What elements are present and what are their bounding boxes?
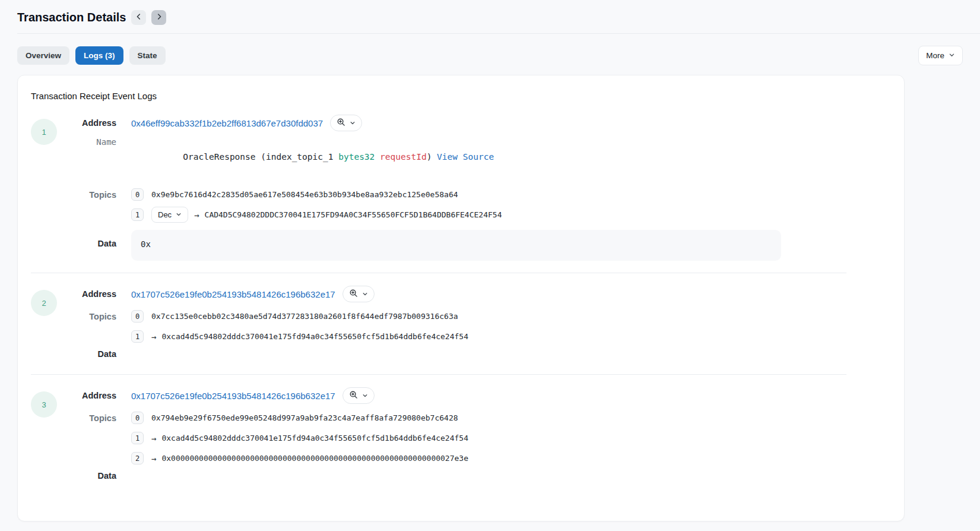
address-zoom-dropdown-button[interactable] xyxy=(330,115,362,131)
log-entry-3: 3 Address 0x1707c526e19fe0b254193b548142… xyxy=(31,387,904,484)
address-zoom-dropdown-button[interactable] xyxy=(342,387,375,404)
topic-row: 2 → 0x0000000000000000000000000000000000… xyxy=(57,450,904,466)
card-title: Transaction Receipt Event Logs xyxy=(31,91,904,101)
tab-logs[interactable]: Logs (3) xyxy=(75,46,123,65)
log-index-badge: 3 xyxy=(31,391,57,418)
chevron-down-icon xyxy=(362,391,368,400)
header-divider xyxy=(17,33,980,34)
tab-group: Overview Logs (3) State xyxy=(17,46,166,65)
address-row: Address 0x1707c526e19fe0b254193b5481426c… xyxy=(57,387,904,404)
topic-decoder-dropdown[interactable]: Dec xyxy=(151,207,188,223)
view-source-link[interactable]: View Source xyxy=(437,152,494,162)
topic-value: 0x00000000000000000000000000000000000000… xyxy=(161,454,468,463)
topic-index-badge: 2 xyxy=(131,452,144,464)
arrow-right-icon: → xyxy=(151,434,156,443)
decoder-selected-value: Dec xyxy=(158,210,172,219)
address-label: Address xyxy=(57,289,116,299)
chevron-down-icon xyxy=(362,290,368,299)
arrow-right-icon: → xyxy=(151,332,156,342)
tab-overview[interactable]: Overview xyxy=(17,46,69,65)
address-row: Address 0x1707c526e19fe0b254193b5481426c… xyxy=(57,285,904,303)
event-signature: OracleResponse (index_topic_1 bytes32 re… xyxy=(131,137,494,176)
log-address-link[interactable]: 0x46eff99cab332f1b2eb2ff6813d67e7d30fdd0… xyxy=(131,118,323,128)
log-address-link[interactable]: 0x1707c526e19fe0b254193b5481426c196b632e… xyxy=(131,391,335,401)
log-divider xyxy=(31,374,846,375)
chevron-down-icon xyxy=(176,210,182,219)
arrow-right-icon: → xyxy=(151,454,156,463)
data-row: Data 0x xyxy=(57,230,904,261)
topic-index-badge: 1 xyxy=(131,432,144,444)
next-transaction-button[interactable] xyxy=(151,10,166,25)
event-signature-text: OracleResponse (index_topic_1 xyxy=(183,152,338,162)
log-index-badge: 1 xyxy=(31,119,57,145)
magnifier-plus-icon xyxy=(337,118,345,128)
topic-index-badge: 1 xyxy=(131,330,144,343)
magnifier-plus-icon xyxy=(349,390,358,401)
page-title: Transaction Details xyxy=(17,9,126,26)
topic-value: 0x7cc135e0cebb02c3480ae5d74d377283180a26… xyxy=(151,312,458,321)
data-value-box: 0x xyxy=(131,230,781,261)
address-row: Address 0x46eff99cab332f1b2eb2ff6813d67e… xyxy=(57,114,904,132)
tab-state[interactable]: State xyxy=(129,46,166,65)
topic-row: Topics 0 0x9e9bc7616d42c2835d05ae617e508… xyxy=(57,187,904,203)
topics-label: Topics xyxy=(57,190,116,200)
prev-transaction-button[interactable] xyxy=(131,10,146,25)
topic-value: 0x9e9bc7616d42c2835d05ae617e508454e63b30… xyxy=(151,190,458,199)
data-row: Data xyxy=(57,471,904,484)
more-label: More xyxy=(926,51,944,60)
address-label: Address xyxy=(57,118,116,128)
log-divider xyxy=(31,273,846,273)
log-index-badge: 2 xyxy=(31,290,57,316)
tab-bar: Overview Logs (3) State More xyxy=(17,46,963,65)
chevron-down-icon xyxy=(949,51,955,60)
topic-value: 0xcad4d5c94802dddc370041e175fd94a0c34f55… xyxy=(161,434,468,442)
topic-value: CAD4D5C94802DDDC370041E175FD94A0C34F5565… xyxy=(205,210,502,219)
arrow-right-icon: → xyxy=(194,210,199,220)
topics-label: Topics xyxy=(57,413,116,423)
event-logs-card: Transaction Receipt Event Logs 1 Address… xyxy=(17,75,905,521)
log-entry-1: 1 Address 0x46eff99cab332f1b2eb2ff6813d6… xyxy=(31,114,904,261)
data-row: Data xyxy=(57,349,904,362)
topic-row: 1 → 0xcad4d5c94802dddc370041e175fd94a0c3… xyxy=(57,328,904,344)
topic-row: 1 Dec → CAD4D5C94802DDDC370041E175FD94A0… xyxy=(57,207,904,223)
more-dropdown-button[interactable]: More xyxy=(918,46,963,65)
topic-value: 0x794eb9e29f6750ede99e05248d997a9ab9fa23… xyxy=(151,413,458,422)
event-param-name: requestId xyxy=(380,152,427,162)
magnifier-plus-icon xyxy=(349,289,358,299)
page-header: Transaction Details xyxy=(0,0,980,33)
address-zoom-dropdown-button[interactable] xyxy=(342,286,375,302)
chevron-right-icon xyxy=(155,12,163,23)
data-label: Data xyxy=(57,349,116,359)
chevron-down-icon xyxy=(350,119,356,128)
name-row: Name OracleResponse (index_topic_1 bytes… xyxy=(57,137,904,176)
chevron-left-icon xyxy=(135,12,143,23)
name-label: Name xyxy=(57,137,116,147)
topic-row: 1 → 0xcad4d5c94802dddc370041e175fd94a0c3… xyxy=(57,430,904,446)
address-label: Address xyxy=(57,391,116,400)
data-label: Data xyxy=(57,230,116,248)
topic-row: Topics 0 0x794eb9e29f6750ede99e05248d997… xyxy=(57,410,904,426)
topics-label: Topics xyxy=(57,312,116,321)
log-address-link[interactable]: 0x1707c526e19fe0b254193b5481426c196b632e… xyxy=(131,289,335,299)
topic-index-badge: 0 xyxy=(131,188,144,201)
log-entry-2: 2 Address 0x1707c526e19fe0b254193b548142… xyxy=(31,285,904,362)
data-label: Data xyxy=(57,471,116,481)
topic-index-badge: 0 xyxy=(131,310,144,323)
event-param-type: bytes32 xyxy=(338,152,375,162)
topic-row: Topics 0 0x7cc135e0cebb02c3480ae5d74d377… xyxy=(57,308,904,324)
topic-value: 0xcad4d5c94802dddc370041e175fd94a0c34f55… xyxy=(161,332,468,341)
topic-index-badge: 1 xyxy=(131,208,144,221)
topic-index-badge: 0 xyxy=(131,412,144,424)
